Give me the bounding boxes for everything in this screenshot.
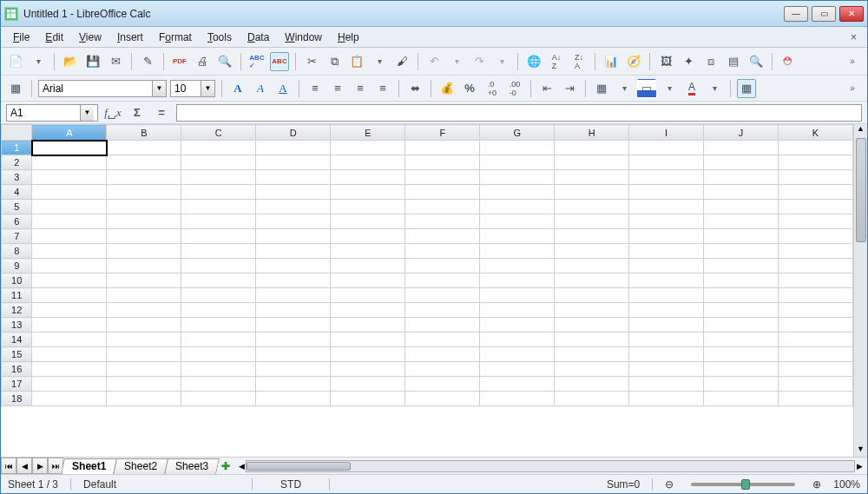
cell-B1[interactable] bbox=[107, 141, 181, 155]
menu-insert[interactable]: Insert bbox=[110, 29, 150, 46]
chevron-down-icon[interactable]: ▼ bbox=[152, 81, 166, 96]
cell-F11[interactable] bbox=[405, 288, 480, 303]
menu-data[interactable]: Data bbox=[240, 29, 276, 46]
add-decimal-icon[interactable]: .0+0 bbox=[483, 79, 502, 98]
fontcolor-icon[interactable]: A bbox=[682, 79, 701, 98]
cut-icon[interactable]: ✂ bbox=[302, 52, 321, 71]
dropdown-icon[interactable]: ▾ bbox=[660, 79, 679, 98]
cell-E17[interactable] bbox=[331, 377, 405, 392]
cell-F4[interactable] bbox=[405, 185, 480, 200]
cell-D8[interactable] bbox=[256, 244, 331, 259]
zoom-knob[interactable] bbox=[741, 479, 750, 490]
align-left-icon[interactable]: ≡ bbox=[306, 79, 325, 98]
column-header-K[interactable]: K bbox=[779, 125, 853, 141]
cell-K12[interactable] bbox=[779, 303, 853, 318]
cell-C1[interactable] bbox=[181, 141, 256, 155]
menu-window[interactable]: Window bbox=[278, 29, 329, 46]
row-header-1[interactable]: 1 bbox=[2, 141, 32, 155]
cell-C17[interactable] bbox=[181, 377, 256, 392]
save-icon[interactable]: 💾 bbox=[83, 52, 102, 71]
row-header-10[interactable]: 10 bbox=[2, 273, 32, 288]
cell-G2[interactable] bbox=[480, 155, 555, 170]
row-header-3[interactable]: 3 bbox=[2, 170, 32, 185]
cell-B6[interactable] bbox=[107, 214, 181, 229]
cell-reference-combo[interactable]: ▼ bbox=[6, 104, 98, 122]
cell-D14[interactable] bbox=[256, 333, 331, 347]
func-icon[interactable]: ✦ bbox=[679, 52, 698, 71]
cell-G17[interactable] bbox=[480, 377, 555, 392]
tab-prev-button[interactable]: ◀ bbox=[16, 458, 32, 474]
cell-H13[interactable] bbox=[555, 318, 629, 333]
cell-K15[interactable] bbox=[779, 347, 853, 362]
cell-C11[interactable] bbox=[181, 288, 256, 303]
cell-B3[interactable] bbox=[107, 170, 181, 185]
cell-J17[interactable] bbox=[704, 377, 779, 392]
cell-F3[interactable] bbox=[405, 170, 480, 185]
cell-J6[interactable] bbox=[704, 214, 779, 229]
cell-C16[interactable] bbox=[181, 362, 256, 377]
cell-D11[interactable] bbox=[256, 288, 331, 303]
border-icon[interactable]: ▦ bbox=[592, 79, 611, 98]
row-header-8[interactable]: 8 bbox=[2, 244, 32, 259]
cell-E1[interactable] bbox=[331, 141, 405, 155]
cell-K8[interactable] bbox=[779, 244, 853, 259]
dropdown-icon[interactable]: ▾ bbox=[447, 52, 466, 71]
sort-asc-icon[interactable]: A↓Z bbox=[547, 52, 566, 71]
cell-E11[interactable] bbox=[331, 288, 405, 303]
status-zoom[interactable]: 100% bbox=[833, 478, 860, 491]
sheet-tab-sheet3[interactable]: Sheet3 bbox=[164, 458, 220, 474]
cell-G8[interactable] bbox=[480, 244, 555, 259]
cell-E16[interactable] bbox=[331, 362, 405, 377]
cell-G15[interactable] bbox=[480, 347, 555, 362]
cell-C12[interactable] bbox=[181, 303, 256, 318]
status-style[interactable]: Default bbox=[83, 478, 240, 491]
column-header-F[interactable]: F bbox=[405, 125, 480, 141]
mail-icon[interactable]: ✉ bbox=[106, 52, 125, 71]
cell-A7[interactable] bbox=[32, 229, 107, 244]
column-header-J[interactable]: J bbox=[704, 125, 779, 141]
cell-A13[interactable] bbox=[32, 318, 107, 333]
cell-G13[interactable] bbox=[480, 318, 555, 333]
cell-A10[interactable] bbox=[32, 273, 107, 288]
cell-H4[interactable] bbox=[555, 185, 629, 200]
sheet-tab-sheet1[interactable]: Sheet1 bbox=[61, 458, 117, 474]
zoom-out-button[interactable]: ⊖ bbox=[665, 478, 674, 491]
show-grid-icon[interactable]: ▦ bbox=[737, 79, 756, 98]
row-header-4[interactable]: 4 bbox=[2, 185, 32, 200]
dropdown-icon[interactable]: ▾ bbox=[29, 52, 48, 71]
scroll-thumb[interactable] bbox=[247, 462, 351, 471]
cell-G5[interactable] bbox=[480, 200, 555, 214]
zoom-icon[interactable]: 🔍 bbox=[746, 52, 766, 71]
cell-C10[interactable] bbox=[181, 273, 256, 288]
cell-I17[interactable] bbox=[629, 377, 704, 392]
menu-edit[interactable]: Edit bbox=[38, 29, 70, 46]
help-icon[interactable]: ⛑ bbox=[779, 52, 798, 71]
cell-A11[interactable] bbox=[32, 288, 107, 303]
cell-F1[interactable] bbox=[405, 141, 480, 155]
cell-I15[interactable] bbox=[629, 347, 704, 362]
cell-G10[interactable] bbox=[480, 273, 555, 288]
cell-A17[interactable] bbox=[32, 377, 107, 392]
cell-C14[interactable] bbox=[181, 333, 256, 347]
cell-E10[interactable] bbox=[331, 273, 405, 288]
cell-G4[interactable] bbox=[480, 185, 555, 200]
sum-icon[interactable]: Σ bbox=[128, 103, 147, 122]
align-right-icon[interactable]: ≡ bbox=[351, 79, 370, 98]
cell-E14[interactable] bbox=[331, 333, 405, 347]
cell-G11[interactable] bbox=[480, 288, 555, 303]
cell-C13[interactable] bbox=[181, 318, 256, 333]
dropdown-icon[interactable]: ▾ bbox=[705, 79, 724, 98]
cell-C9[interactable] bbox=[181, 259, 256, 273]
chevron-down-icon[interactable]: ▼ bbox=[80, 105, 94, 121]
cell-C15[interactable] bbox=[181, 347, 256, 362]
cell-F14[interactable] bbox=[405, 333, 480, 347]
cell-E9[interactable] bbox=[331, 259, 405, 273]
gallery-icon[interactable]: 🖼 bbox=[656, 52, 675, 71]
cell-F17[interactable] bbox=[405, 377, 480, 392]
cell-G18[interactable] bbox=[480, 392, 555, 406]
chevron-down-icon[interactable]: ▼ bbox=[201, 81, 214, 96]
cell-F16[interactable] bbox=[405, 362, 480, 377]
cell-C18[interactable] bbox=[181, 392, 256, 406]
cell-E8[interactable] bbox=[331, 244, 405, 259]
cell-I11[interactable] bbox=[629, 288, 704, 303]
